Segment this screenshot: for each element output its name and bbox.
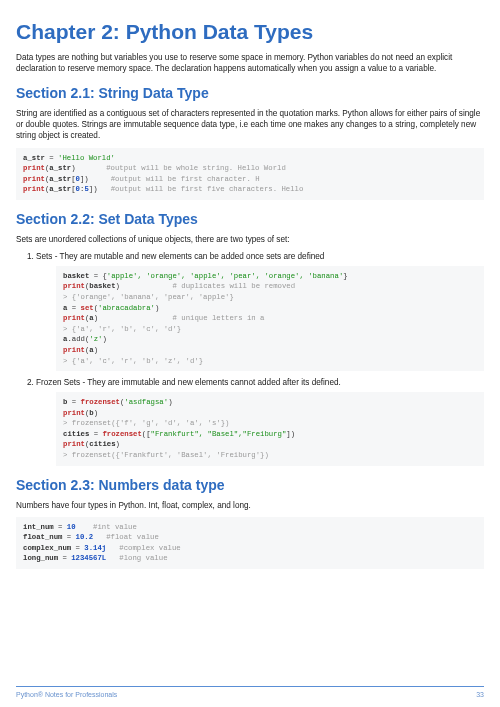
- section-21-title: Section 2.1: String Data Type: [16, 84, 484, 103]
- list-item: Frozen Sets - They are immutable and new…: [36, 377, 484, 466]
- section-22-text: Sets are unordered collections of unique…: [16, 234, 484, 245]
- section-21-text: String are identified as a contiguous se…: [16, 108, 484, 141]
- section-23-title: Section 2.3: Numbers data type: [16, 476, 484, 495]
- chapter-title: Chapter 2: Python Data Types: [16, 18, 484, 46]
- footer-book: Python® Notes for Professionals: [16, 690, 117, 699]
- code-block-21: a_str = 'Hello World' print(a_str) #outp…: [16, 148, 484, 200]
- section-22-list: Sets - They are mutable and new elements…: [16, 251, 484, 466]
- section-23-text: Numbers have four types in Python. Int, …: [16, 500, 484, 511]
- chapter-intro: Data types are nothing but variables you…: [16, 52, 484, 74]
- footer-page-number: 33: [476, 690, 484, 699]
- code-block-23: int_num = 10 #int value float_num = 10.2…: [16, 517, 484, 569]
- page-footer: Python® Notes for Professionals 33: [16, 686, 484, 699]
- list-item: Sets - They are mutable and new elements…: [36, 251, 484, 371]
- code-block-22a: basket = {'apple', 'orange', 'apple', 'p…: [56, 266, 484, 371]
- section-22-title: Section 2.2: Set Data Types: [16, 210, 484, 229]
- code-block-22b: b = frozenset('asdfagsa') print(b) > fro…: [56, 392, 484, 465]
